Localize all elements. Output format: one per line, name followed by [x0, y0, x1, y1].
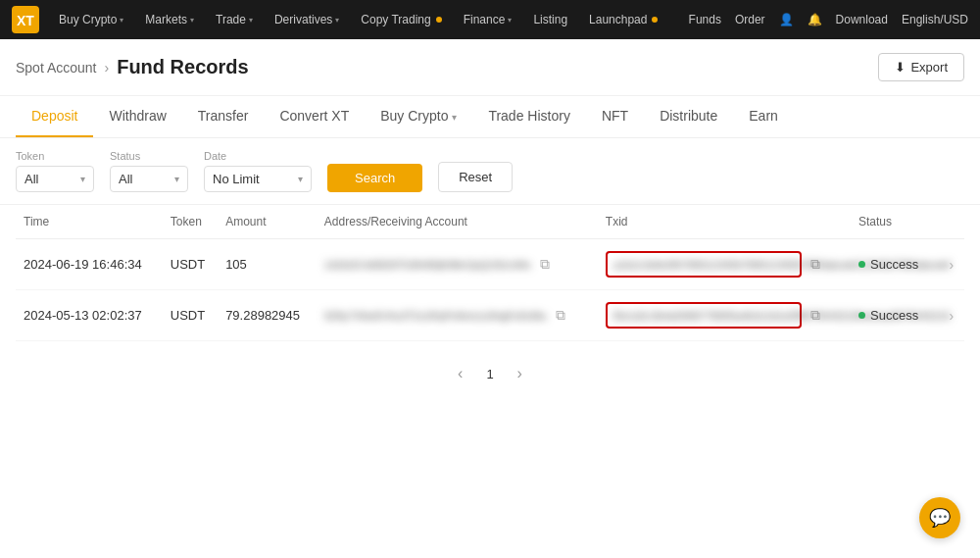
logo[interactable]: XT	[12, 6, 39, 33]
chevron-down-icon: ▾	[508, 16, 512, 25]
cell-token: USDT	[163, 239, 218, 290]
token-filter: Token All ▾	[16, 150, 94, 192]
export-icon: ⬇	[895, 60, 906, 75]
prev-page-button[interactable]: ‹	[450, 361, 470, 386]
chevron-down-icon: ▾	[174, 174, 179, 184]
txid-value: a1b2c3d4e5f6789012345678901234567890abcd…	[613, 259, 951, 271]
tab-deposit[interactable]: Deposit	[16, 96, 93, 137]
txid-highlight: f0e1d2c3b4a5968778695a4b3c2d1e0f98765432…	[606, 302, 802, 329]
table-row: 2024-06-19 16:46:34 USDT 105 1A2b3C4d5E6…	[16, 239, 964, 290]
col-token: Token	[163, 205, 218, 239]
nav-language[interactable]: English/USD	[902, 13, 968, 26]
cell-amount: 79.28982945	[218, 290, 317, 341]
chevron-down-icon: ▾	[190, 16, 194, 25]
chevron-down-icon: ▾	[452, 112, 457, 123]
next-page-button[interactable]: ›	[510, 361, 530, 386]
nav-finance[interactable]: Finance ▾	[454, 0, 522, 39]
col-actions	[934, 205, 964, 239]
cell-time: 2024-06-19 16:46:34	[16, 239, 163, 290]
address-value: 1A2b3C4d5E6f7G8h9I0jKlMnOpQrStUvWx	[324, 259, 531, 271]
reset-button[interactable]: Reset	[438, 162, 513, 192]
tab-buy-crypto[interactable]: Buy Crypto ▾	[365, 96, 472, 137]
copy-icon[interactable]: ⧉	[540, 256, 550, 272]
tab-convert-xt[interactable]: Convert XT	[264, 96, 365, 137]
tab-nft[interactable]: NFT	[586, 96, 644, 137]
nav-trade[interactable]: Trade ▾	[206, 0, 263, 39]
svg-text:XT: XT	[17, 13, 34, 28]
nav-bell-icon[interactable]: 🔔	[808, 13, 822, 26]
chevron-down-icon: ▾	[298, 174, 303, 184]
col-address: Address/Receiving Account	[317, 205, 598, 239]
top-navigation: XT Buy Crypto ▾ Markets ▾ Trade ▾ Deriva…	[0, 0, 980, 39]
current-page: 1	[486, 367, 493, 381]
txid-value: f0e1d2c3b4a5968778695a4b3c2d1e0f98765432…	[613, 310, 951, 322]
date-label: Date	[204, 150, 312, 162]
date-filter: Date No Limit ▾	[204, 150, 312, 192]
cell-address: 9Z8y7X6w5V4u3T2s1RqPoNmLkJiHgFeDcBa ⧉	[317, 290, 598, 341]
cell-txid: f0e1d2c3b4a5968778695a4b3c2d1e0f98765432…	[598, 290, 851, 341]
nav-download[interactable]: Download	[836, 13, 888, 26]
page-title: Fund Records	[117, 56, 248, 78]
nav-user-icon[interactable]: 👤	[779, 13, 794, 26]
address-value: 9Z8y7X6w5V4u3T2s1RqPoNmLkJiHgFeDcBa	[324, 310, 546, 322]
chevron-down-icon: ▾	[80, 174, 85, 184]
copy-icon[interactable]: ⧉	[556, 307, 565, 323]
nav-menu: Buy Crypto ▾ Markets ▾ Trade ▾ Derivativ…	[49, 0, 689, 39]
nav-derivatives[interactable]: Derivatives ▾	[265, 0, 349, 39]
pagination: ‹ 1 ›	[0, 341, 980, 406]
status-select[interactable]: All ▾	[110, 166, 188, 192]
fire-badge-icon	[436, 17, 442, 23]
table-row: 2024-05-13 02:02:37 USDT 79.28982945 9Z8…	[16, 290, 964, 341]
breadcrumb: Spot Account › Fund Records ⬇ Export	[0, 39, 980, 96]
chat-button[interactable]: 💬	[919, 497, 960, 538]
tab-withdraw[interactable]: Withdraw	[93, 96, 181, 137]
tab-transfer[interactable]: Transfer	[182, 96, 265, 137]
chevron-down-icon: ▾	[335, 16, 339, 25]
col-txid: Txid	[598, 205, 851, 239]
fund-tabs: Deposit Withdraw Transfer Convert XT Buy…	[0, 96, 980, 138]
nav-listing[interactable]: Listing	[523, 0, 577, 39]
table-header-row: Time Token Amount Address/Receiving Acco…	[16, 205, 964, 239]
search-button[interactable]: Search	[327, 164, 422, 192]
status-filter: Status All ▾	[110, 150, 188, 192]
tab-distribute[interactable]: Distribute	[644, 96, 733, 137]
nav-funds[interactable]: Funds	[689, 13, 721, 26]
chevron-down-icon: ▾	[120, 16, 123, 25]
token-select[interactable]: All ▾	[16, 166, 94, 192]
token-label: Token	[16, 150, 94, 162]
nav-right: Funds Order 👤 🔔 Download English/USD	[689, 13, 968, 26]
cell-txid: a1b2c3d4e5f6789012345678901234567890abcd…	[598, 239, 851, 290]
cell-amount: 105	[218, 239, 317, 290]
tab-earn[interactable]: Earn	[733, 96, 794, 137]
txid-highlight: a1b2c3d4e5f6789012345678901234567890abcd…	[606, 251, 802, 278]
chat-icon: 💬	[929, 507, 951, 529]
export-button[interactable]: ⬇ Export	[878, 53, 964, 81]
col-amount: Amount	[218, 205, 317, 239]
breadcrumb-parent[interactable]: Spot Account	[16, 60, 97, 76]
cell-address: 1A2b3C4d5E6f7G8h9I0jKlMnOpQrStUvWx ⧉	[317, 239, 598, 290]
nav-buy-crypto[interactable]: Buy Crypto ▾	[49, 0, 133, 39]
breadcrumb-separator: ›	[105, 60, 110, 76]
cell-time: 2024-05-13 02:02:37	[16, 290, 163, 341]
cell-token: USDT	[163, 290, 218, 341]
tab-trade-history[interactable]: Trade History	[472, 96, 586, 137]
nav-launchpad[interactable]: Launchpad	[579, 0, 667, 39]
nav-markets[interactable]: Markets ▾	[135, 0, 204, 39]
fire-badge-icon	[652, 17, 658, 23]
col-status: Status	[851, 205, 934, 239]
nav-order[interactable]: Order	[735, 13, 765, 26]
col-time: Time	[16, 205, 163, 239]
nav-copy-trading[interactable]: Copy Trading	[351, 0, 451, 39]
filter-bar: Token All ▾ Status All ▾ Date No Limit ▾…	[0, 138, 980, 205]
status-label: Status	[110, 150, 188, 162]
records-table: Time Token Amount Address/Receiving Acco…	[0, 205, 980, 341]
chevron-down-icon: ▾	[249, 16, 253, 25]
date-select[interactable]: No Limit ▾	[204, 166, 312, 192]
